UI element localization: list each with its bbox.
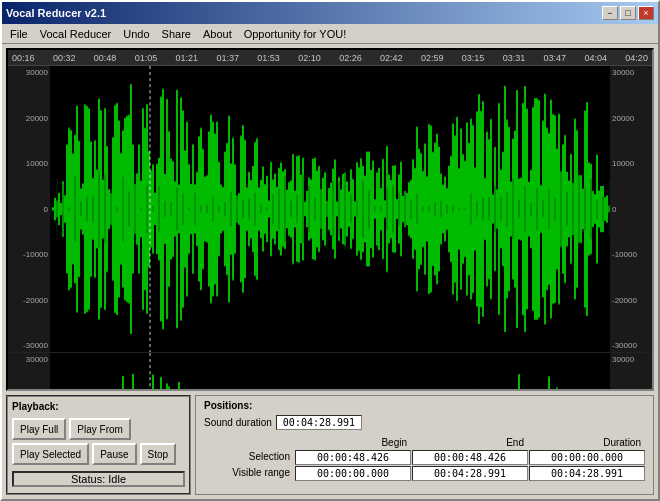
title-bar: Vocal Reducer v2.1 − □ ×	[2, 2, 658, 24]
stop-button[interactable]: Stop	[140, 443, 177, 465]
waveform-panels: 30000 20000 10000 0 -10000 -20000 -30000…	[8, 66, 652, 391]
close-button[interactable]: ×	[638, 6, 654, 20]
title-bar-buttons: − □ ×	[602, 6, 654, 20]
main-window: Vocal Reducer v2.1 − □ × File Vocal Redu…	[0, 0, 660, 501]
playback-label: Playback:	[12, 401, 185, 412]
timeline: 00:1600:3200:4801:0501:2101:3701:5302:10…	[8, 50, 652, 66]
timeline-labels: 00:1600:3200:4801:0501:2101:3701:5302:10…	[8, 53, 652, 63]
positions-panel: Positions: Sound duration 00:04:28.991 B…	[195, 395, 654, 495]
selection-label: Selection	[204, 450, 294, 465]
status-box: Status: Idle	[12, 469, 185, 489]
window-title: Vocal Reducer v2.1	[6, 7, 106, 19]
waveform-canvas-top[interactable]	[50, 66, 610, 352]
playback-buttons: Play Full Play From Play Selected Pause …	[12, 418, 185, 465]
positions-title: Positions:	[204, 400, 645, 411]
bottom-bar: Playback: Play Full Play From Play Selec…	[6, 395, 654, 495]
waveform-canvas-bottom[interactable]	[50, 353, 610, 391]
menubar: File Vocal Reducer Undo Share About Oppo…	[2, 24, 658, 44]
waveform-container[interactable]: 00:1600:3200:4801:0501:2101:3701:5302:10…	[6, 48, 654, 391]
menu-opportunity[interactable]: Opportunity for YOU!	[238, 26, 353, 42]
selection-end: 00:00:48.426	[412, 450, 528, 465]
minimize-button[interactable]: −	[602, 6, 618, 20]
waveform-panel-top[interactable]: 30000 20000 10000 0 -10000 -20000 -30000…	[8, 66, 652, 353]
main-content: 00:1600:3200:4801:0501:2101:3701:5302:10…	[2, 44, 658, 499]
status-text: Status: Idle	[71, 473, 126, 485]
play-full-button[interactable]: Play Full	[12, 418, 66, 440]
status-text-box: Status: Idle	[12, 471, 185, 487]
y-axis-right-top: 30000 20000 10000 0 -10000 -20000 -30000	[610, 66, 652, 352]
visible-end: 00:04:28.991	[412, 466, 528, 481]
play-selected-button[interactable]: Play Selected	[12, 443, 89, 465]
menu-file[interactable]: File	[4, 26, 34, 42]
sound-duration-value: 00:04:28.991	[276, 415, 362, 430]
menu-vocal-reducer[interactable]: Vocal Reducer	[34, 26, 118, 42]
menu-undo[interactable]: Undo	[117, 26, 155, 42]
positions-header-empty	[204, 436, 294, 449]
selection-begin: 00:00:48.426	[295, 450, 411, 465]
selection-duration: 00:00:00.000	[529, 450, 645, 465]
maximize-button[interactable]: □	[620, 6, 636, 20]
menu-share[interactable]: Share	[156, 26, 197, 42]
positions-header-begin: Begin	[295, 436, 411, 449]
positions-header-duration: Duration	[529, 436, 645, 449]
visible-duration: 00:04:28.991	[529, 466, 645, 481]
y-axis-right-bottom: 30000 20000 10000 0 -10000 -20000 -30000	[610, 353, 652, 391]
positions-header-end: End	[412, 436, 528, 449]
visible-range-label: Visible range	[204, 466, 294, 481]
waveform-panel-bottom[interactable]: 30000 20000 10000 0 -10000 -20000 -30000…	[8, 353, 652, 391]
pause-button[interactable]: Pause	[92, 443, 136, 465]
waveform-canvas-element-bottom	[50, 353, 610, 391]
menu-about[interactable]: About	[197, 26, 238, 42]
play-from-button[interactable]: Play From	[69, 418, 131, 440]
y-axis-left-top: 30000 20000 10000 0 -10000 -20000 -30000	[8, 66, 50, 352]
playback-panel: Playback: Play Full Play From Play Selec…	[6, 395, 191, 495]
sound-duration-label: Sound duration	[204, 417, 272, 428]
sound-duration-row: Sound duration 00:04:28.991	[204, 415, 645, 430]
waveform-canvas-element-top	[50, 66, 610, 352]
visible-begin: 00:00:00.000	[295, 466, 411, 481]
y-axis-left-bottom: 30000 20000 10000 0 -10000 -20000 -30000	[8, 353, 50, 391]
positions-table: Begin End Duration Selection 00:00:48.42…	[204, 436, 645, 481]
